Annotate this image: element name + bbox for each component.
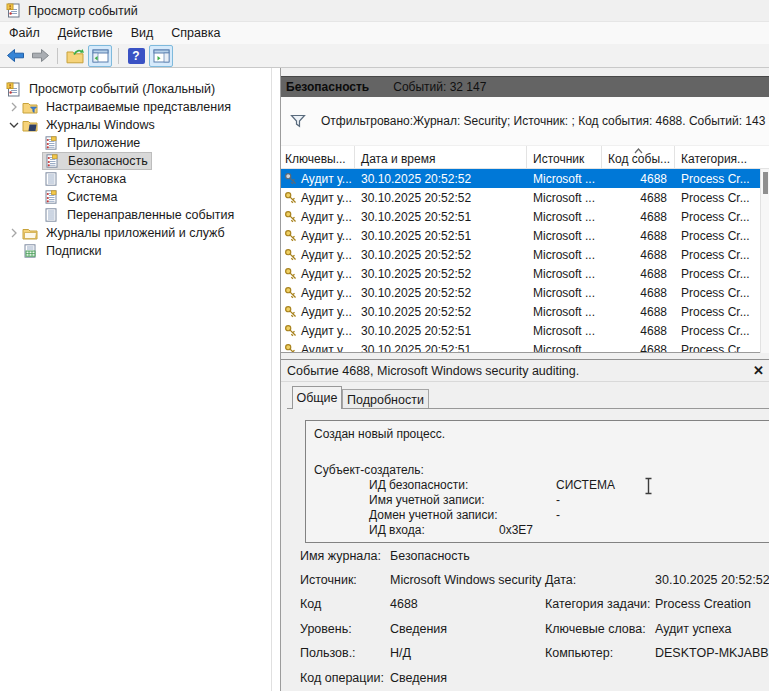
results-pane: Безопасность Событий: 32 147 Отфильтрова… xyxy=(280,68,769,691)
audit-success-key-icon xyxy=(284,191,298,205)
tree-item-label: Безопасность xyxy=(65,153,151,169)
preview-header: Событие 4688, Microsoft Windows security… xyxy=(281,360,769,382)
tree-item-application-log[interactable]: Приложение xyxy=(0,134,271,152)
scrollbar-thumb[interactable] xyxy=(763,172,768,194)
tree-item-setup-log[interactable]: Установка xyxy=(0,170,271,188)
menu-view[interactable]: Вид xyxy=(122,24,163,42)
menubar: Файл Действие Вид Справка xyxy=(0,22,769,44)
column-header-datetime[interactable]: Дата и время xyxy=(355,146,527,168)
tree-item-label: Просмотр событий (Локальный) xyxy=(26,81,218,97)
chevron-right-icon[interactable] xyxy=(5,227,22,239)
events-count: Событий: 32 147 xyxy=(393,80,486,94)
event-description-intro: Создан новый процесс. xyxy=(314,427,766,442)
tree-item-subscriptions[interactable]: Подписки xyxy=(0,242,271,260)
events-table: Аудит у... 30.10.2025 20:52:52 Microsoft… xyxy=(281,169,760,353)
chevron-down-icon[interactable] xyxy=(5,119,22,131)
table-header: Ключевы... Дата и время Источник Код соб… xyxy=(281,146,769,169)
tree-item-label: Перенаправленные события xyxy=(64,207,237,223)
back-icon xyxy=(6,48,26,63)
description-field: Домен учетной записи: - xyxy=(314,508,766,523)
tree-item-label: Приложение xyxy=(64,135,143,151)
windows-logs-folder-icon xyxy=(22,119,38,132)
description-field: ИД безопасности: СИСТЕМА xyxy=(314,478,766,493)
field-opcode: Код операции:Сведения xyxy=(300,671,769,687)
titlebar: Просмотр событий xyxy=(0,0,769,22)
close-icon[interactable]: ✕ xyxy=(753,363,764,378)
applications-services-folder-icon xyxy=(22,227,38,240)
subscriptions-icon xyxy=(22,244,38,258)
tree-item-label: Подписки xyxy=(43,243,104,259)
event-description-box[interactable]: Создан новый процесс. Субъект-создатель:… xyxy=(305,420,769,543)
event-description-section: Субъект-создатель: xyxy=(314,463,766,478)
event-row[interactable]: Аудит у... 30.10.2025 20:52:51 Microsoft… xyxy=(281,226,760,245)
forwarded-events-log-icon xyxy=(43,208,59,222)
sort-ascending-icon xyxy=(633,148,644,154)
tree-item-windows-logs[interactable]: Журналы Windows xyxy=(0,116,271,134)
filter-banner: Отфильтровано:Журнал: Security; Источник… xyxy=(281,97,769,145)
menu-help[interactable]: Справка xyxy=(162,24,229,42)
toggle-console-tree-button[interactable] xyxy=(88,45,112,67)
tree-item-system-log[interactable]: Система xyxy=(0,188,271,206)
menu-file[interactable]: Файл xyxy=(0,24,49,42)
tree-item-label: Настраиваемые представления xyxy=(43,99,234,115)
event-row[interactable]: Аудит у... 30.10.2025 20:52:52 Microsoft… xyxy=(281,283,760,302)
tree-item-event-viewer-root[interactable]: Просмотр событий (Локальный) xyxy=(0,80,271,98)
audit-success-key-icon xyxy=(284,172,298,186)
open-saved-log-button[interactable] xyxy=(64,46,86,66)
selected-tree-item: Безопасность xyxy=(43,153,151,169)
results-header: Безопасность Событий: 32 147 xyxy=(281,76,769,97)
event-row[interactable]: Аудит у... 30.10.2025 20:52:52 Microsoft… xyxy=(281,264,760,283)
action-pane-icon xyxy=(153,49,170,63)
back-button[interactable] xyxy=(5,46,27,66)
menu-action[interactable]: Действие xyxy=(49,24,122,42)
tab-content-border xyxy=(287,408,769,409)
audit-success-key-icon xyxy=(284,210,298,224)
forward-button[interactable] xyxy=(29,46,51,66)
audit-success-key-icon xyxy=(284,324,298,338)
event-row[interactable]: Аудит у... 30.10.2025 20:52:52 Microsoft… xyxy=(281,169,760,188)
event-row[interactable]: Аудит у... 30.10.2025 20:52:51 Microsoft… xyxy=(281,321,760,340)
filter-icon xyxy=(290,114,306,128)
event-row[interactable]: Аудит у... 30.10.2025 20:52:51 Microsoft… xyxy=(281,340,760,353)
event-row[interactable]: Аудит у... 30.10.2025 20:52:52 Microsoft… xyxy=(281,302,760,321)
column-header-keywords[interactable]: Ключевы... xyxy=(281,146,355,168)
text-cursor-pointer xyxy=(643,477,654,495)
tree-item-label: Установка xyxy=(64,171,129,187)
event-row[interactable]: Аудит у... 30.10.2025 20:52:51 Microsoft… xyxy=(281,207,760,226)
event-viewer-window: Просмотр событий Файл Действие Вид Справ… xyxy=(0,0,769,691)
tab-details[interactable]: Подробности xyxy=(342,389,429,409)
app-icon xyxy=(6,3,21,18)
tree-item-custom-views[interactable]: Настраиваемые представления xyxy=(0,98,271,116)
console-tree-icon xyxy=(92,49,109,63)
preview-title: Событие 4688, Microsoft Windows security… xyxy=(287,364,579,378)
field-computer: Компьютер:DESKTOP-MKJABBU xyxy=(545,646,769,662)
audit-success-key-icon xyxy=(284,248,298,262)
event-row[interactable]: Аудит у... 30.10.2025 20:52:52 Microsoft… xyxy=(281,188,760,207)
tree-item-security-log[interactable]: Безопасность xyxy=(0,152,271,170)
event-viewer-icon xyxy=(5,82,21,97)
tab-general[interactable]: Общие xyxy=(292,386,342,409)
window-title: Просмотр событий xyxy=(28,4,138,18)
audit-success-key-icon xyxy=(284,286,298,300)
help-button[interactable]: ? xyxy=(125,46,147,66)
pane-splitter[interactable] xyxy=(281,353,769,360)
toggle-action-pane-button[interactable] xyxy=(149,45,173,67)
event-row[interactable]: Аудит у... 30.10.2025 20:52:52 Microsoft… xyxy=(281,245,760,264)
description-field: ИД входа: 0x3E7 xyxy=(314,523,766,538)
audit-success-key-icon xyxy=(284,229,298,243)
console-tree: Просмотр событий (Локальный) Настраиваем… xyxy=(0,68,272,691)
setup-log-icon xyxy=(43,172,59,186)
column-header-source[interactable]: Источник xyxy=(527,146,602,168)
events-scrollbar[interactable] xyxy=(760,169,769,353)
tree-item-label: Система xyxy=(64,189,120,205)
column-header-category[interactable]: Категория... xyxy=(675,146,769,168)
log-name: Безопасность xyxy=(286,80,369,94)
tree-item-applications-services-logs[interactable]: Журналы приложений и служб xyxy=(0,224,271,242)
forward-icon xyxy=(30,48,50,63)
description-field: Имя учетной записи: - xyxy=(314,493,766,508)
toolbar: ? xyxy=(0,44,769,68)
open-saved-log-icon xyxy=(66,48,85,64)
tree-item-forwarded-events-log[interactable]: Перенаправленные события xyxy=(0,206,271,224)
help-icon: ? xyxy=(128,48,145,64)
chevron-right-icon[interactable] xyxy=(5,101,22,113)
